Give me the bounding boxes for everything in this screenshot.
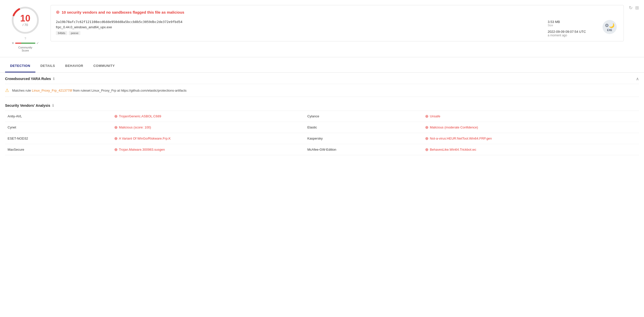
vendor-col1-name: ESET-NOD32 bbox=[5, 133, 112, 144]
yara-rule-link[interactable]: Linux_Proxy_Frp_4213778f bbox=[32, 89, 72, 92]
tab-community[interactable]: COMMUNITY bbox=[88, 60, 120, 72]
score-circle-area: 10 / 70 ? ✕ ✓ CommunityScore bbox=[5, 5, 45, 52]
detect-icon: ⊕ bbox=[114, 136, 118, 141]
file-hash[interactable]: 2a19b78afc7c62f121108ecd6dde950dd8a5bccb… bbox=[56, 20, 540, 24]
warning-triangle-icon: ⚠ bbox=[5, 88, 9, 93]
vendor-col2-detection: ⊕ Malicious (moderate Confidence) bbox=[423, 122, 639, 133]
yara-info-icon[interactable]: ℹ bbox=[53, 77, 54, 81]
vendor-col2-detection: ⊕ BehavesLike.Win64.Trickbot.wc bbox=[423, 144, 639, 155]
alert-text: 10 security vendors and no sandboxes fla… bbox=[62, 10, 184, 14]
vendor-col2-detection: ⊕ Not-a-virus:HEUR:NetTool.Win64.FRP.gen bbox=[423, 133, 639, 144]
yara-prefix: Matches rule bbox=[12, 89, 32, 92]
detection-text: Trojan/Generic.ASBOL.C689 bbox=[119, 114, 161, 118]
content-area: Crowdsourced YARA Rules ℹ ∧ ⚠ Matches ru… bbox=[0, 73, 644, 155]
community-score-bar bbox=[15, 43, 35, 44]
check-icon[interactable]: ✓ bbox=[36, 41, 39, 45]
vendors-table: Antiy-AVL ⊕ Trojan/Generic.ASBOL.C689 Cy… bbox=[5, 111, 639, 155]
detection-text: Not-a-virus:HEUR:NetTool.Win64.FRP.gen bbox=[430, 137, 492, 140]
tag-peexe[interactable]: peexe bbox=[69, 31, 80, 35]
tag-64bits[interactable]: 64bits bbox=[56, 31, 67, 35]
detect-icon: ⊕ bbox=[425, 136, 428, 141]
vendor-col2-name: McAfee-GW-Edition bbox=[297, 144, 423, 155]
yara-collapse-icon[interactable]: ∧ bbox=[636, 76, 639, 81]
detect-icon: ⊕ bbox=[114, 147, 118, 152]
exe-label: EXE bbox=[607, 29, 612, 32]
community-score-label: CommunityScore bbox=[18, 46, 32, 52]
file-hash-section: 2a19b78afc7c62f121108ecd6dde950dd8a5bccb… bbox=[56, 20, 540, 35]
vendors-info-icon[interactable]: ℹ bbox=[52, 103, 54, 108]
detection-text: Unsafe bbox=[430, 114, 440, 118]
vendor-col1-name: Cynet bbox=[5, 122, 112, 133]
yara-rule-row: ⚠ Matches rule Linux_Proxy_Frp_4213778f … bbox=[5, 84, 639, 97]
file-info-panel: ⊕ 10 security vendors and no sandboxes f… bbox=[51, 5, 624, 41]
file-size-label: Size bbox=[548, 24, 593, 27]
detection-text: Malicious (score: 100) bbox=[119, 125, 151, 129]
detect-icon: ⊕ bbox=[114, 125, 118, 130]
file-size-value: 3.53 MB bbox=[548, 20, 593, 24]
vendors-section-title: Security Vendors' Analysis bbox=[5, 103, 50, 108]
qr-code-button[interactable]: ⊞ bbox=[635, 5, 639, 11]
exe-icon: ⚙🌙 EXE bbox=[603, 20, 617, 34]
vendor-col1-detection: ⊕ Trojan/Generic.ASBOL.C689 bbox=[112, 111, 297, 122]
detect-icon: ⊕ bbox=[425, 125, 428, 130]
file-meta: 3.53 MB Size 2022-09-09 09:07:54 UTC a m… bbox=[548, 20, 593, 37]
tabs-bar: DETECTION DETAILS BEHAVIOR COMMUNITY bbox=[0, 60, 644, 73]
detection-text: Trojan.Malware.300983.susgen bbox=[119, 148, 165, 151]
vendor-row: Cynet ⊕ Malicious (score: 100) Elastic ⊕… bbox=[5, 122, 639, 133]
tab-detection[interactable]: DETECTION bbox=[5, 60, 35, 72]
detection-text: Malicious (moderate Confidence) bbox=[430, 125, 478, 129]
vendor-col2-name: Elastic bbox=[297, 122, 423, 133]
refresh-button[interactable]: ↻ bbox=[629, 5, 633, 11]
tab-details[interactable]: DETAILS bbox=[35, 60, 60, 72]
alert-circle-icon: ⊕ bbox=[56, 9, 60, 15]
vendors-section: Security Vendors' Analysis ℹ Antiy-AVL ⊕… bbox=[5, 99, 639, 155]
vendor-row: MaxSecure ⊕ Trojan.Malware.300983.susgen… bbox=[5, 144, 639, 155]
vendor-col1-detection: ⊕ Malicious (score: 100) bbox=[112, 122, 297, 133]
detect-icon: ⊕ bbox=[425, 114, 428, 119]
vendor-col2-name: Kaspersky bbox=[297, 133, 423, 144]
gear-moon-icon: ⚙🌙 bbox=[605, 23, 614, 28]
question-mark-icon: ? bbox=[25, 37, 26, 40]
detection-text: A Variant Of WinGo/Riskware.Frp.K bbox=[119, 137, 171, 140]
tab-behavior[interactable]: BEHAVIOR bbox=[60, 60, 88, 72]
yara-rule-text: Matches rule Linux_Proxy_Frp_4213778f fr… bbox=[12, 89, 187, 92]
yara-section-title: Crowdsourced YARA Rules bbox=[5, 77, 51, 81]
x-icon[interactable]: ✕ bbox=[12, 41, 14, 45]
yara-suffix: from ruleset Linux_Proxy_Frp at https://… bbox=[72, 89, 187, 92]
detection-text: BehavesLike.Win64.Trickbot.wc bbox=[430, 148, 476, 151]
score-value: 10 bbox=[20, 14, 30, 23]
yara-section-header: Crowdsourced YARA Rules ℹ ∧ bbox=[5, 73, 639, 84]
vendor-col1-detection: ⊕ Trojan.Malware.300983.susgen bbox=[112, 144, 297, 155]
vendor-col2-detection: ⊕ Unsafe bbox=[423, 111, 639, 122]
file-type-icon-area: ⚙🌙 EXE bbox=[601, 20, 618, 34]
vendor-col2-name: Cylance bbox=[297, 111, 423, 122]
file-date-value: 2022-09-09 09:07:54 UTC bbox=[548, 30, 593, 34]
score-text: 10 / 70 bbox=[20, 14, 30, 27]
top-right-icons: ↻ ⊞ bbox=[629, 5, 639, 11]
file-name: frpc_0.44.0_windows_amd64_upx.exe bbox=[56, 25, 540, 29]
file-details-row: 2a19b78afc7c62f121108ecd6dde950dd8a5bccb… bbox=[56, 20, 618, 37]
alert-banner: ⊕ 10 security vendors and no sandboxes f… bbox=[56, 9, 618, 15]
vendor-row: Antiy-AVL ⊕ Trojan/Generic.ASBOL.C689 Cy… bbox=[5, 111, 639, 122]
detect-icon: ⊕ bbox=[425, 147, 428, 152]
file-tags: 64bits peexe bbox=[56, 31, 540, 35]
score-denom: / 70 bbox=[20, 23, 30, 27]
vendor-row: ESET-NOD32 ⊕ A Variant Of WinGo/Riskware… bbox=[5, 133, 639, 144]
vendor-col1-detection: ⊕ A Variant Of WinGo/Riskware.Frp.K bbox=[112, 133, 297, 144]
detect-icon: ⊕ bbox=[114, 114, 118, 119]
vendor-col1-name: MaxSecure bbox=[5, 144, 112, 155]
file-time-ago: a moment ago bbox=[548, 34, 593, 37]
score-circle: 10 / 70 bbox=[10, 5, 40, 35]
vendors-section-header: Security Vendors' Analysis ℹ bbox=[5, 99, 639, 111]
vendor-col1-name: Antiy-AVL bbox=[5, 111, 112, 122]
top-bar: 10 / 70 ? ✕ ✓ CommunityScore ⊕ 10 securi… bbox=[0, 0, 644, 57]
